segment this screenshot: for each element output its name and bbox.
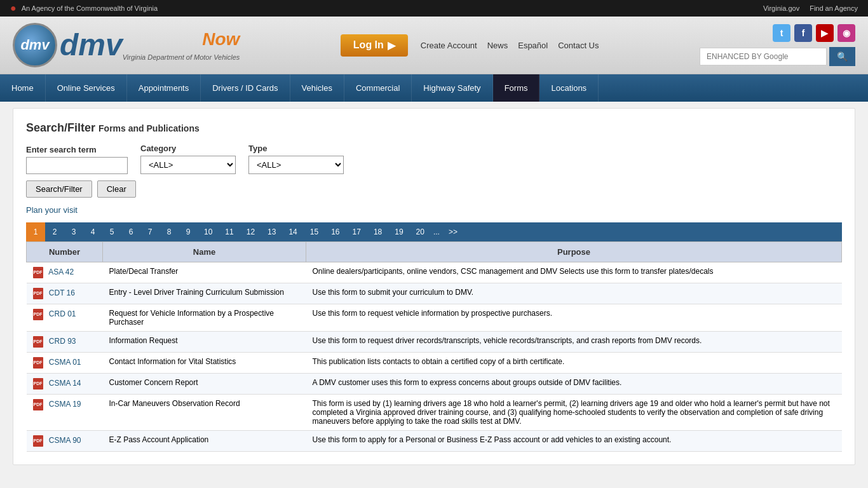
contact-us-link[interactable]: Contact Us [558, 41, 599, 50]
form-purpose-cell: This form is used by (1) learning driver… [306, 395, 842, 431]
category-label: Category [140, 144, 236, 153]
form-number-link[interactable]: CSMA 14 [49, 379, 81, 388]
page-17[interactable]: 17 [346, 222, 367, 241]
form-number-cell: PDF CSMA 19 [27, 395, 103, 431]
page-15[interactable]: 15 [304, 222, 325, 241]
search-term-input[interactable] [26, 157, 128, 174]
type-select[interactable]: <ALL> [248, 156, 344, 174]
form-name-cell: Contact Information for Vital Statistics [103, 353, 306, 374]
form-name-cell: Entry - Level Driver Training Curriculum… [103, 283, 306, 304]
logo-subtitle: Virginia Department of Motor Vehicles [123, 53, 240, 61]
form-number-cell: PDF CRD 93 [27, 332, 103, 353]
nav-item-highway-safety[interactable]: Highway Safety [412, 74, 492, 102]
login-button[interactable]: Log In ▶ [341, 34, 408, 57]
form-purpose-cell: A DMV customer uses this form to express… [306, 374, 842, 395]
form-number-cell: PDF ASA 42 [27, 262, 103, 283]
form-number-link[interactable]: ASA 42 [48, 268, 74, 276]
pagination: 1 2 3 4 5 6 7 8 9 10 11 12 13 14 15 16 1… [26, 222, 842, 241]
page-5[interactable]: 5 [102, 222, 121, 241]
page-16[interactable]: 16 [325, 222, 346, 241]
form-name-cell: Plate/Decal Transfer [103, 262, 306, 283]
find-agency-link[interactable]: Find an Agency [810, 4, 858, 12]
nav-item-drivers-id[interactable]: Drivers / ID Cards [201, 74, 290, 102]
form-purpose-cell: This publication lists contacts to obtai… [306, 353, 842, 374]
facebook-icon[interactable]: f [794, 24, 812, 42]
col-number: Number [27, 242, 103, 262]
form-number-link[interactable]: CSMA 19 [49, 400, 81, 409]
page-3[interactable]: 3 [64, 222, 83, 241]
news-link[interactable]: News [487, 41, 508, 50]
nav-item-home[interactable]: Home [0, 74, 46, 102]
form-number-link[interactable]: CRD 01 [49, 309, 76, 318]
type-label: Type [248, 144, 344, 153]
espanol-link[interactable]: Español [518, 41, 548, 50]
nav-item-commercial[interactable]: Commercial [344, 74, 412, 102]
table-row: PDF CSMA 19 In-Car Maneuvers Observation… [27, 395, 842, 431]
search-input[interactable] [700, 48, 827, 65]
create-account-link[interactable]: Create Account [421, 41, 477, 50]
login-label-text: Log In [353, 39, 384, 51]
nav-item-online-services[interactable]: Online Services [46, 74, 127, 102]
page-9[interactable]: 9 [179, 222, 198, 241]
page-10[interactable]: 10 [198, 222, 219, 241]
form-purpose-cell: Online dealers/participants, online vend… [306, 262, 842, 283]
form-number-link[interactable]: CSMA 90 [49, 436, 81, 445]
page-14[interactable]: 14 [282, 222, 303, 241]
logo-circle: dmv [13, 23, 57, 67]
page-1[interactable]: 1 [26, 222, 45, 241]
page-18[interactable]: 18 [367, 222, 388, 241]
clear-button[interactable]: Clear [97, 180, 136, 198]
page-6[interactable]: 6 [121, 222, 140, 241]
nav-item-appointments[interactable]: Appointments [127, 74, 201, 102]
page-19[interactable]: 19 [388, 222, 409, 241]
filter-row: Enter search term Category <ALL> Type <A… [26, 144, 842, 174]
search-button[interactable]: 🔍 [829, 47, 855, 66]
form-name-cell: Customer Concern Report [103, 374, 306, 395]
youtube-icon[interactable]: ▶ [816, 24, 834, 42]
pagination-ellipsis: ... [431, 222, 442, 241]
search-filter-title: Search/Filter Forms and Publications [26, 121, 842, 135]
page-12[interactable]: 12 [240, 222, 261, 241]
page-2[interactable]: 2 [45, 222, 64, 241]
page-13[interactable]: 13 [261, 222, 282, 241]
page-4[interactable]: 4 [83, 222, 102, 241]
page-7[interactable]: 7 [140, 222, 159, 241]
search-term-group: Enter search term [26, 145, 128, 174]
nav-item-locations[interactable]: Locations [539, 74, 599, 102]
nav-item-vehicles[interactable]: Vehicles [290, 74, 344, 102]
form-purpose-cell: Use this form to request vehicle informa… [306, 304, 842, 332]
twitter-icon[interactable]: t [773, 24, 790, 42]
instagram-icon[interactable]: ◉ [837, 24, 855, 42]
search-filter-button[interactable]: Search/Filter [26, 180, 92, 198]
search-area: 🔍 [700, 47, 855, 66]
form-number-cell: PDF CSMA 90 [27, 431, 103, 452]
pdf-icon: PDF [33, 357, 43, 369]
category-select[interactable]: <ALL> [140, 156, 236, 174]
page-20[interactable]: 20 [410, 222, 431, 241]
nav-item-forms[interactable]: Forms [493, 74, 540, 102]
table-row: PDF CDT 16 Entry - Level Driver Training… [27, 283, 842, 304]
page-11[interactable]: 11 [219, 222, 240, 241]
form-name-cell: E-Z Pass Account Application [103, 431, 306, 452]
virginia-dot-icon: ● [10, 3, 17, 14]
form-name-cell: Information Request [103, 332, 306, 353]
form-number-link[interactable]: CDT 16 [49, 288, 75, 297]
page-8[interactable]: 8 [159, 222, 179, 241]
table-row: PDF CRD 01 Request for Vehicle Informati… [27, 304, 842, 332]
logo-dmv-text: dmv [60, 30, 123, 60]
form-number-cell: PDF CRD 01 [27, 304, 103, 332]
plan-visit-link[interactable]: Plan your visit [26, 205, 842, 215]
pdf-icon: PDF [33, 435, 43, 447]
form-number-link[interactable]: CRD 93 [49, 337, 76, 346]
virginia-gov-link[interactable]: Virginia.gov [763, 4, 799, 12]
form-number-link[interactable]: CSMA 01 [49, 358, 81, 367]
search-term-label: Enter search term [26, 145, 128, 154]
page-next[interactable]: >> [442, 222, 464, 241]
form-name-cell: Request for Vehicle Information by a Pro… [103, 304, 306, 332]
logo-area: dmv dmv Now Virginia Department of Motor… [13, 23, 240, 67]
search-filter-subtitle: Forms and Publications [98, 123, 200, 133]
category-group: Category <ALL> [140, 144, 236, 174]
table-row: PDF CSMA 14 Customer Concern Report A DM… [27, 374, 842, 395]
form-number-cell: PDF CDT 16 [27, 283, 103, 304]
agency-text: An Agency of the Commonwealth of Virgini… [22, 4, 158, 12]
